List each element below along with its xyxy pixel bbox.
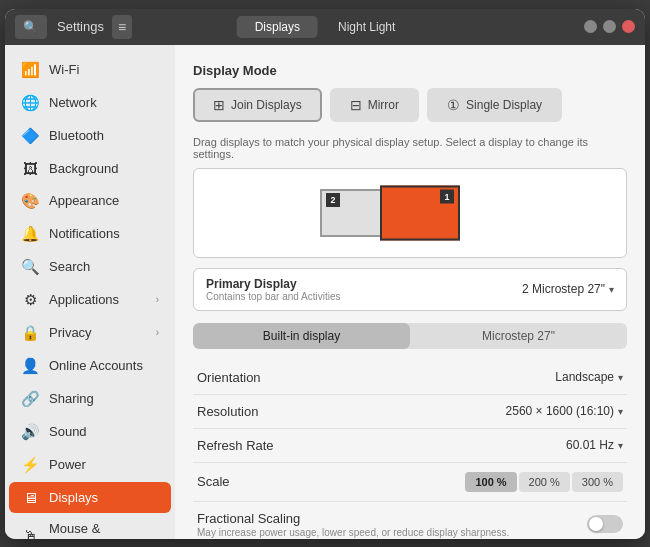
sharing-icon: 🔗 — [21, 390, 39, 408]
resolution-label: Resolution — [197, 404, 307, 419]
drag-hint: Drag displays to match your physical dis… — [193, 136, 627, 160]
sidebar-item-online-accounts[interactable]: 👤 Online Accounts — [9, 350, 171, 382]
minimize-button[interactable] — [584, 20, 597, 33]
mouse-icon: 🖱 — [21, 527, 39, 539]
resolution-select[interactable]: 2560 × 1600 (16:10) ▾ — [506, 404, 623, 418]
online-accounts-icon: 👤 — [21, 357, 39, 375]
hamburger-icon: ≡ — [118, 19, 126, 35]
sidebar-label-notifications: Notifications — [49, 226, 120, 241]
appearance-icon: 🎨 — [21, 192, 39, 210]
join-displays-icon: ⊞ — [213, 97, 225, 113]
display-arrangement-area[interactable]: 2 1 — [193, 168, 627, 258]
monitor-tab-builtin[interactable]: Built-in display — [193, 323, 410, 349]
fractional-scaling-sublabel: May increase power usage, lower speed, o… — [197, 527, 509, 538]
primary-display-label: Primary Display — [206, 277, 341, 291]
scale-btn-200[interactable]: 200 % — [519, 472, 570, 492]
main-window: 🔍 Settings ≡ Displays Night Light 📶 Wi-F… — [5, 9, 645, 539]
display-mode-title: Display Mode — [193, 63, 627, 78]
bluetooth-icon: 🔷 — [21, 127, 39, 145]
mode-tab-join[interactable]: ⊞ Join Displays — [193, 88, 322, 122]
scale-btn-100[interactable]: 100 % — [465, 472, 516, 492]
primary-display-select[interactable]: 2 Microstep 27" ▾ — [522, 282, 614, 296]
mode-tab-single[interactable]: ① Single Display — [427, 88, 562, 122]
primary-display-value: 2 Microstep 27" — [522, 282, 605, 296]
scale-group: 100 % 200 % 300 % — [465, 472, 623, 492]
sidebar-label-wifi: Wi-Fi — [49, 62, 79, 77]
sidebar-item-applications[interactable]: ⚙ Applications › — [9, 284, 171, 316]
displays-icon: 🖥 — [21, 489, 39, 506]
single-display-icon: ① — [447, 97, 460, 113]
power-icon: ⚡ — [21, 456, 39, 474]
sidebar-item-appearance[interactable]: 🎨 Appearance — [9, 185, 171, 217]
resolution-arrow: ▾ — [618, 406, 623, 417]
sidebar-item-wifi[interactable]: 📶 Wi-Fi — [9, 54, 171, 86]
mode-tab-mirror[interactable]: ⊟ Mirror — [330, 88, 419, 122]
scale-label: Scale — [197, 474, 307, 489]
primary-display-sublabel: Contains top bar and Activities — [206, 291, 341, 302]
sidebar-item-network[interactable]: 🌐 Network — [9, 87, 171, 119]
wifi-icon: 📶 — [21, 61, 39, 79]
search-button[interactable]: 🔍 — [15, 15, 47, 39]
sidebar-label-applications: Applications — [49, 292, 119, 307]
refresh-rate-value: 60.01 Hz — [566, 438, 614, 452]
toggle-knob — [589, 517, 603, 531]
monitor-tabs: Built-in display Microstep 27" — [193, 323, 627, 349]
display-1-badge: 1 — [440, 189, 454, 203]
sidebar-item-power[interactable]: ⚡ Power — [9, 449, 171, 481]
sidebar-item-privacy[interactable]: 🔒 Privacy › — [9, 317, 171, 349]
primary-display-arrow: ▾ — [609, 284, 614, 295]
tab-night-light[interactable]: Night Light — [320, 16, 413, 38]
sidebar-label-background: Background — [49, 161, 118, 176]
sidebar-label-mouse: Mouse & Touchpad — [49, 521, 159, 539]
sidebar-item-mouse[interactable]: 🖱 Mouse & Touchpad — [9, 514, 171, 539]
scale-row: Scale 100 % 200 % 300 % — [193, 463, 627, 502]
display-2-badge: 2 — [326, 193, 340, 207]
background-icon: 🖼 — [21, 160, 39, 177]
sidebar-item-sound[interactable]: 🔊 Sound — [9, 416, 171, 448]
sidebar-item-sharing[interactable]: 🔗 Sharing — [9, 383, 171, 415]
orientation-label: Orientation — [197, 370, 307, 385]
search-icon: 🔍 — [23, 20, 38, 34]
sidebar-item-displays[interactable]: 🖥 Displays — [9, 482, 171, 513]
menu-button[interactable]: ≡ — [112, 15, 132, 39]
orientation-select[interactable]: Landscape ▾ — [555, 370, 623, 384]
sound-icon: 🔊 — [21, 423, 39, 441]
maximize-button[interactable] — [603, 20, 616, 33]
sidebar-item-bluetooth[interactable]: 🔷 Bluetooth — [9, 120, 171, 152]
close-button[interactable] — [622, 20, 635, 33]
sidebar-label-sound: Sound — [49, 424, 87, 439]
resolution-value: 2560 × 1600 (16:10) — [506, 404, 614, 418]
orientation-value: Landscape — [555, 370, 614, 384]
scale-btn-300[interactable]: 300 % — [572, 472, 623, 492]
display-mode-tabs: ⊞ Join Displays ⊟ Mirror ① Single Displa… — [193, 88, 627, 122]
privacy-chevron: › — [156, 327, 159, 338]
monitor-tab-external[interactable]: Microstep 27" — [410, 323, 627, 349]
resolution-row: Resolution 2560 × 1600 (16:10) ▾ — [193, 395, 627, 429]
window-title: Settings — [57, 19, 104, 34]
sidebar-item-notifications[interactable]: 🔔 Notifications — [9, 218, 171, 250]
fractional-scaling-row: Fractional Scaling May increase power us… — [193, 502, 627, 539]
tab-displays[interactable]: Displays — [237, 16, 318, 38]
mode-tab-single-label: Single Display — [466, 98, 542, 112]
search-sidebar-icon: 🔍 — [21, 258, 39, 276]
sidebar-label-online-accounts: Online Accounts — [49, 358, 143, 373]
display-block-1[interactable]: 1 — [380, 185, 460, 240]
network-icon: 🌐 — [21, 94, 39, 112]
refresh-rate-select[interactable]: 60.01 Hz ▾ — [566, 438, 623, 452]
fractional-scaling-toggle[interactable] — [587, 515, 623, 533]
orientation-row: Orientation Landscape ▾ — [193, 361, 627, 395]
main-content: Display Mode ⊞ Join Displays ⊟ Mirror ① … — [175, 45, 645, 539]
sidebar-item-search[interactable]: 🔍 Search — [9, 251, 171, 283]
sidebar-label-network: Network — [49, 95, 97, 110]
titlebar: 🔍 Settings ≡ Displays Night Light — [5, 9, 645, 45]
refresh-rate-row: Refresh Rate 60.01 Hz ▾ — [193, 429, 627, 463]
applications-chevron: › — [156, 294, 159, 305]
mirror-icon: ⊟ — [350, 97, 362, 113]
privacy-icon: 🔒 — [21, 324, 39, 342]
applications-icon: ⚙ — [21, 291, 39, 309]
sidebar-label-bluetooth: Bluetooth — [49, 128, 104, 143]
fractional-scaling-label: Fractional Scaling — [197, 511, 300, 526]
sidebar-label-privacy: Privacy — [49, 325, 92, 340]
sidebar-item-background[interactable]: 🖼 Background — [9, 153, 171, 184]
sidebar-label-sharing: Sharing — [49, 391, 94, 406]
